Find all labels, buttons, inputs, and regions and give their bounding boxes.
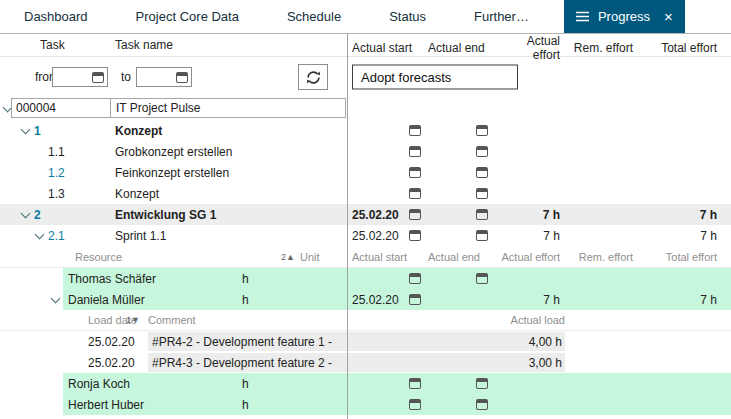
col-actual-start: Actual start <box>348 41 428 55</box>
load-comment: #PR4-2 - Development feature 1 - <box>152 335 332 349</box>
resource-name[interactable]: Thomas Schäfer <box>68 272 156 286</box>
col-actual-load: Actual load <box>465 314 583 326</box>
resource-row: Thomas Schäfer h <box>0 268 731 289</box>
resource-row: Herbert Huber h <box>0 394 731 415</box>
task-id[interactable]: 2.1 <box>48 229 65 243</box>
tab-project-core-data[interactable]: Project Core Data <box>126 0 249 33</box>
col-task-name: Task name <box>115 38 173 52</box>
task-name[interactable]: Konzept <box>115 124 162 138</box>
task-id[interactable]: 1.2 <box>48 166 65 180</box>
to-date-input[interactable] <box>136 67 192 87</box>
task-name[interactable]: Sprint 1.1 <box>115 229 166 243</box>
calendar-icon[interactable] <box>409 378 421 389</box>
calendar-icon[interactable] <box>92 72 104 83</box>
col-task: Task <box>40 38 65 52</box>
load-date: 25.02.20 <box>88 335 135 349</box>
calendar-icon[interactable] <box>409 167 421 178</box>
calendar-icon[interactable] <box>476 125 488 136</box>
calendar-icon[interactable] <box>476 188 488 199</box>
tab-dashboard[interactable]: Dashboard <box>14 0 98 33</box>
resource-unit: h <box>242 272 249 286</box>
refresh-icon <box>305 69 322 86</box>
tab-further[interactable]: Further… <box>464 0 539 33</box>
tab-progress[interactable]: Progress × <box>564 0 685 33</box>
calendar-icon[interactable] <box>476 273 488 284</box>
col-resource[interactable]: Resource <box>75 251 122 263</box>
calendar-icon[interactable] <box>476 399 488 410</box>
resource-name[interactable]: Ronja Koch <box>68 377 130 391</box>
calendar-icon[interactable] <box>476 146 488 157</box>
calendar-icon[interactable] <box>409 399 421 410</box>
calendar-icon[interactable] <box>476 209 488 220</box>
progress-view: Dashboard Project Core Data Schedule Sta… <box>0 0 731 419</box>
task-name[interactable]: Entwicklung SG 1 <box>115 208 216 222</box>
resource-row: Daniela Müller h 25.02.20 7 h 7 h <box>0 289 731 310</box>
chevron-down-icon[interactable] <box>21 124 31 134</box>
calendar-icon[interactable] <box>409 125 421 136</box>
task-row: 1.3 Konzept <box>0 183 731 204</box>
tab-status[interactable]: Status <box>379 0 436 33</box>
task-id[interactable]: 1 <box>34 124 41 138</box>
col-unit: Unit <box>300 251 320 263</box>
task-id[interactable]: 1.3 <box>48 187 65 201</box>
calendar-icon[interactable] <box>476 230 488 241</box>
load-value: 4,00 h <box>465 335 562 349</box>
load-row: 25.02.20 #PR4-2 - Development feature 1 … <box>0 331 731 352</box>
calendar-icon[interactable] <box>409 146 421 157</box>
resource-unit: h <box>242 293 249 307</box>
sort-indicator[interactable]: 1▼ <box>126 315 140 325</box>
load-value: 3,00 h <box>465 356 562 370</box>
column-header-row: Task Task name Actual start Actual end A… <box>0 34 731 57</box>
project-root-row: 000004 IT Project Pulse <box>0 97 731 120</box>
col-rem-effort: Rem. effort <box>565 41 640 55</box>
calendar-icon[interactable] <box>409 294 421 305</box>
sort-indicator[interactable]: 2▲ <box>281 252 295 262</box>
chevron-down-icon[interactable] <box>51 293 61 303</box>
resource-name[interactable]: Herbert Huber <box>68 398 144 412</box>
task-row: 2.1 Sprint 1.1 25.02.20 7 h 7 h <box>0 225 731 246</box>
load-row: 25.02.20 #PR4-3 - Development feature 2 … <box>0 352 731 373</box>
resource-unit: h <box>242 398 249 412</box>
refresh-button[interactable] <box>298 64 328 90</box>
col-total-effort: Total effort <box>640 41 731 55</box>
task-id[interactable]: 1.1 <box>48 145 65 159</box>
task-id[interactable]: 2 <box>34 208 41 222</box>
project-name-field[interactable]: IT Project Pulse <box>111 101 200 115</box>
task-row: 1 Konzept <box>0 120 731 141</box>
calendar-icon[interactable] <box>409 273 421 284</box>
calendar-icon[interactable] <box>176 72 188 83</box>
calendar-icon[interactable] <box>409 230 421 241</box>
filter-row: from to Adopt forecasts <box>0 57 731 97</box>
close-icon[interactable]: × <box>664 9 673 24</box>
chevron-down-icon[interactable] <box>35 229 45 239</box>
calendar-icon[interactable] <box>476 167 488 178</box>
task-name[interactable]: Feinkonzept erstellen <box>115 166 229 180</box>
task-row: 1.2 Feinkonzept erstellen <box>0 162 731 183</box>
col-comment: Comment <box>148 314 196 326</box>
task-row: 2 Entwicklung SG 1 25.02.20 7 h 7 h <box>0 204 731 225</box>
load-header-row: Load date 1▼ Comment Actual load <box>0 310 731 331</box>
col-actual-end: Actual end <box>428 41 500 55</box>
resource-row: Ronja Koch h <box>0 373 731 394</box>
calendar-icon[interactable] <box>409 209 421 220</box>
from-date-input[interactable] <box>52 67 108 87</box>
resource-unit: h <box>242 377 249 391</box>
resource-header-row: Resource 2▲ Unit Actual start Actual end… <box>0 246 731 268</box>
tab-schedule[interactable]: Schedule <box>277 0 351 33</box>
load-comment: #PR4-3 - Development feature 2 - <box>152 356 332 370</box>
tab-bar: Dashboard Project Core Data Schedule Sta… <box>0 0 731 34</box>
tab-progress-label: Progress <box>598 9 650 24</box>
to-label: to <box>121 70 131 84</box>
calendar-icon[interactable] <box>409 188 421 199</box>
adopt-forecasts-button[interactable]: Adopt forecasts <box>352 65 518 90</box>
task-name[interactable]: Grobkonzept erstellen <box>115 145 232 159</box>
task-name[interactable]: Konzept <box>115 187 159 201</box>
calendar-icon[interactable] <box>476 378 488 389</box>
pane-divider[interactable] <box>347 33 348 419</box>
project-id-field[interactable]: 000004 <box>12 99 111 117</box>
task-row: 1.1 Grobkonzept erstellen <box>0 141 731 162</box>
resource-name[interactable]: Daniela Müller <box>68 293 145 307</box>
menu-icon[interactable] <box>576 11 589 22</box>
load-date: 25.02.20 <box>88 356 135 370</box>
chevron-down-icon[interactable] <box>21 208 31 218</box>
